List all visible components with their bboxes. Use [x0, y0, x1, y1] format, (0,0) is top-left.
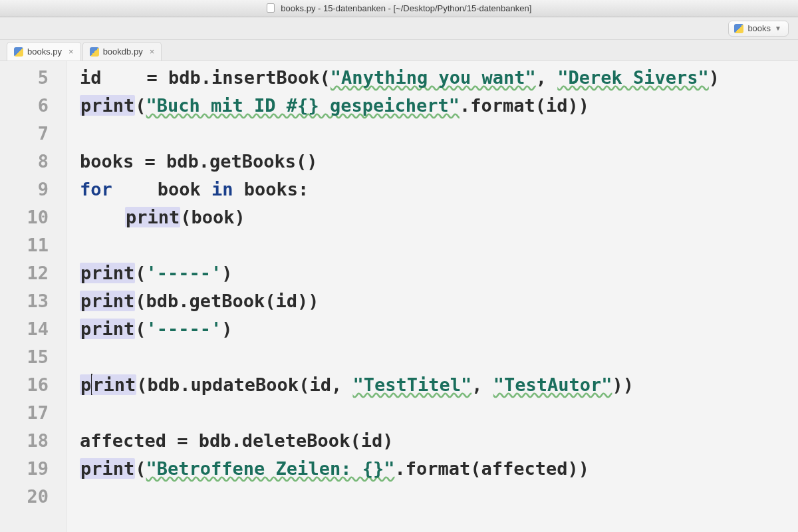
- tab-label: bookdb.py: [103, 47, 143, 57]
- line-number: 14: [0, 315, 49, 343]
- line-number: 5: [0, 64, 49, 92]
- code-line[interactable]: print("Betroffene Zeilen: {}".format(aff…: [80, 455, 798, 483]
- run-config-dropdown[interactable]: books ▼: [728, 21, 789, 37]
- line-number: 19: [0, 455, 49, 483]
- code-line[interactable]: [80, 399, 798, 427]
- python-icon: [14, 47, 23, 57]
- close-icon[interactable]: ×: [68, 47, 74, 57]
- code-line[interactable]: affected = bdb.deleteBook(id): [80, 427, 798, 455]
- tab-bookdb-py[interactable]: bookdb.py ×: [82, 42, 162, 61]
- code-line[interactable]: books = bdb.getBooks(): [80, 148, 798, 176]
- toolbar: books ▼: [0, 17, 798, 40]
- code-line[interactable]: print(bdb.updateBook(id, "TestTitel", "T…: [80, 371, 798, 399]
- line-number: 9: [0, 176, 49, 203]
- line-number: 10: [0, 203, 49, 231]
- code-line[interactable]: print(book): [80, 203, 798, 231]
- line-number: 18: [0, 427, 49, 455]
- line-number: 11: [0, 231, 49, 259]
- window-title: books.py - 15-datenbanken - [~/Desktop/P…: [281, 3, 531, 13]
- document-icon: [267, 3, 275, 13]
- line-number: 7: [0, 120, 49, 148]
- code-line[interactable]: [80, 120, 798, 148]
- python-icon: [90, 47, 99, 57]
- line-number: 8: [0, 148, 49, 176]
- code-area[interactable]: id= bdb.insertBook("Anything you want", …: [66, 61, 798, 532]
- tab-label: books.py: [27, 47, 62, 57]
- editor-tabs: books.py × bookdb.py ×: [0, 40, 798, 61]
- line-number: 12: [0, 259, 49, 287]
- window-titlebar: books.py - 15-datenbanken - [~/Desktop/P…: [0, 0, 798, 17]
- code-line[interactable]: [80, 343, 798, 371]
- code-line[interactable]: print("Buch mit ID #{} gespeichert".form…: [80, 92, 798, 120]
- chevron-down-icon: ▼: [775, 25, 781, 32]
- code-line[interactable]: [80, 483, 798, 511]
- line-number: 6: [0, 92, 49, 120]
- editor-surface: 567891011121314151617181920 id= bdb.inse…: [0, 61, 798, 532]
- code-line[interactable]: forbook in books:: [80, 176, 798, 203]
- gutter: 567891011121314151617181920: [0, 61, 66, 532]
- code-line[interactable]: print(bdb.getBook(id)): [80, 287, 798, 315]
- tab-books-py[interactable]: books.py ×: [7, 42, 81, 61]
- line-number: 20: [0, 483, 49, 511]
- line-number: 15: [0, 343, 49, 371]
- line-number: 17: [0, 399, 49, 427]
- close-icon[interactable]: ×: [150, 47, 155, 57]
- code-line[interactable]: id= bdb.insertBook("Anything you want", …: [80, 64, 798, 92]
- line-number: 13: [0, 287, 49, 315]
- python-icon: [734, 24, 743, 33]
- code-line[interactable]: print('-----'): [80, 315, 798, 343]
- line-number: 16: [0, 371, 49, 399]
- code-line[interactable]: [80, 231, 798, 259]
- run-config-name: books: [747, 23, 771, 33]
- code-line[interactable]: print('-----'): [80, 259, 798, 287]
